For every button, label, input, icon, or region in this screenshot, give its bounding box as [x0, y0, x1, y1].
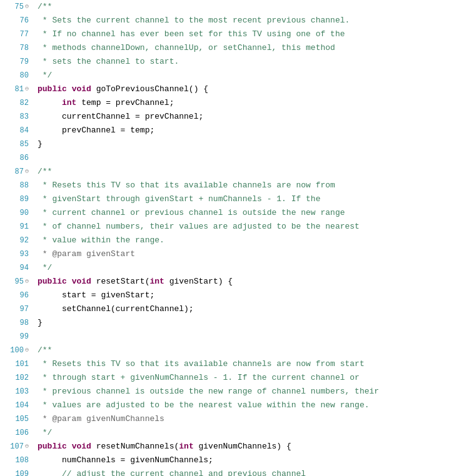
code-line: /** [38, 344, 449, 357]
code-line: public void resetStart(int givenStart) { [38, 275, 449, 289]
line-number: 106 [0, 426, 33, 440]
code-line: * values are adjusted to be the nearest … [38, 399, 449, 412]
code-token: * Sets the current channel to the most r… [38, 14, 350, 27]
code-line: start = givenStart; [38, 289, 449, 302]
line-number: 92 [0, 234, 33, 247]
code-line: public void goToPreviousChannel() { [38, 82, 449, 96]
code-line: public void resetNumChannels(int givenNu… [38, 440, 449, 454]
code-token: * Resets this TV so that its available c… [38, 179, 335, 192]
line-number: 97 [0, 302, 33, 316]
code-line: * If no channel has ever been set for th… [38, 27, 449, 41]
code-token: * previous channel is outside the new ra… [38, 385, 379, 399]
code-line: currentChannel = prevChannel; [38, 110, 449, 124]
code-line: */ [38, 69, 449, 82]
code-line: * @param givenStart [38, 247, 449, 261]
code-line: * sets the channel to start. [38, 55, 449, 69]
line-number: 96 [0, 289, 33, 302]
code-token: resetStart( [91, 275, 150, 289]
code-line: * @param givenNumChannels [38, 412, 449, 426]
code-line: } [38, 316, 449, 330]
code-line: // adjust the current channel and previo… [38, 467, 449, 476]
code-line: numChannels = givenNumChannels; [38, 454, 449, 467]
code-line: * value within the range. [38, 234, 449, 247]
code-token: numChannels = givenNumChannels; [38, 454, 213, 467]
code-line: /** [38, 165, 449, 179]
code-token: /** [38, 165, 52, 179]
line-number: 80 [0, 69, 33, 82]
fold-icon[interactable]: ⊖ [25, 344, 29, 357]
code-token: * value within the range. [38, 234, 164, 247]
code-line [38, 151, 449, 165]
code-line: * givenStart through givenStart + numCha… [38, 192, 449, 206]
line-number-gutter: 75⊖767778798081⊖828384858687⊖88899091929… [0, 0, 33, 476]
line-number: 89 [0, 192, 33, 206]
code-token: void [72, 440, 91, 454]
code-line: * Sets the current channel to the most r… [38, 14, 449, 27]
fold-icon[interactable]: ⊖ [25, 165, 29, 179]
code-token [67, 82, 72, 96]
code-line: * Resets this TV so that its available c… [38, 357, 449, 371]
line-number: 90 [0, 206, 33, 220]
code-token: } [38, 316, 43, 330]
code-line: setChannel(currentChannel); [38, 302, 449, 316]
line-number: 102 [0, 371, 33, 385]
code-token [67, 275, 72, 289]
code-content: /** * Sets the current channel to the mo… [33, 0, 454, 476]
code-editor: 75⊖767778798081⊖828384858687⊖88899091929… [0, 0, 454, 476]
code-token: public [38, 82, 67, 96]
code-token: * @param givenNumChannels [38, 412, 164, 426]
code-token: currentChannel = prevChannel; [38, 110, 203, 124]
code-token: * methods channelDown, channelUp, or set… [38, 41, 335, 55]
code-line: */ [38, 426, 449, 440]
line-number: 101 [0, 357, 33, 371]
code-token: * givenStart through givenStart + numCha… [38, 192, 320, 206]
line-number: 75⊖ [0, 0, 33, 14]
code-token: public [38, 275, 67, 289]
fold-icon[interactable]: ⊖ [25, 440, 29, 454]
fold-icon[interactable]: ⊖ [25, 275, 29, 289]
code-token: */ [38, 69, 52, 82]
fold-icon[interactable]: ⊖ [25, 82, 29, 96]
code-token: goToPreviousChannel() { [91, 82, 208, 96]
code-token: * values are adjusted to be the nearest … [38, 399, 370, 412]
line-number: 107⊖ [0, 440, 33, 454]
line-number: 103 [0, 385, 33, 399]
code-line: } [38, 137, 449, 151]
line-number: 85 [0, 137, 33, 151]
line-number: 91 [0, 220, 33, 234]
code-line: */ [38, 261, 449, 275]
line-number: 105 [0, 412, 33, 426]
code-token: */ [38, 261, 52, 275]
code-token: * of channel numbers, their values are a… [38, 220, 360, 234]
line-number: 81⊖ [0, 82, 33, 96]
line-number: 95⊖ [0, 275, 33, 289]
code-token: givenNumChannels) { [194, 440, 291, 454]
code-token: public [38, 440, 67, 454]
line-number: 86 [0, 151, 33, 165]
code-line: * Resets this TV so that its available c… [38, 179, 449, 192]
code-line: * previous channel is outside the new ra… [38, 385, 449, 399]
code-token: start = givenStart; [38, 289, 154, 302]
line-number: 100⊖ [0, 344, 33, 357]
fold-icon[interactable]: ⊖ [25, 0, 29, 14]
line-number: 87⊖ [0, 165, 33, 179]
code-token [38, 96, 62, 110]
code-token: // adjust the current channel and previo… [38, 467, 306, 476]
code-line: /** [38, 0, 449, 14]
line-number: 79 [0, 55, 33, 69]
code-token: resetNumChannels( [91, 440, 179, 454]
code-line: int temp = prevChannel; [38, 96, 449, 110]
line-number: 108 [0, 454, 33, 467]
line-number: 94 [0, 261, 33, 275]
line-number: 83 [0, 110, 33, 124]
line-number: 88 [0, 179, 33, 192]
code-line: * through start + givenNumChannels - 1. … [38, 371, 449, 385]
code-line [38, 330, 449, 344]
line-number: 76 [0, 14, 33, 27]
code-line: * methods channelDown, channelUp, or set… [38, 41, 449, 55]
code-token: /** [38, 0, 52, 14]
code-token: temp = prevChannel; [76, 96, 174, 110]
line-number: 77 [0, 27, 33, 41]
code-token: * @param givenStart [38, 247, 135, 261]
code-token: */ [38, 426, 52, 440]
